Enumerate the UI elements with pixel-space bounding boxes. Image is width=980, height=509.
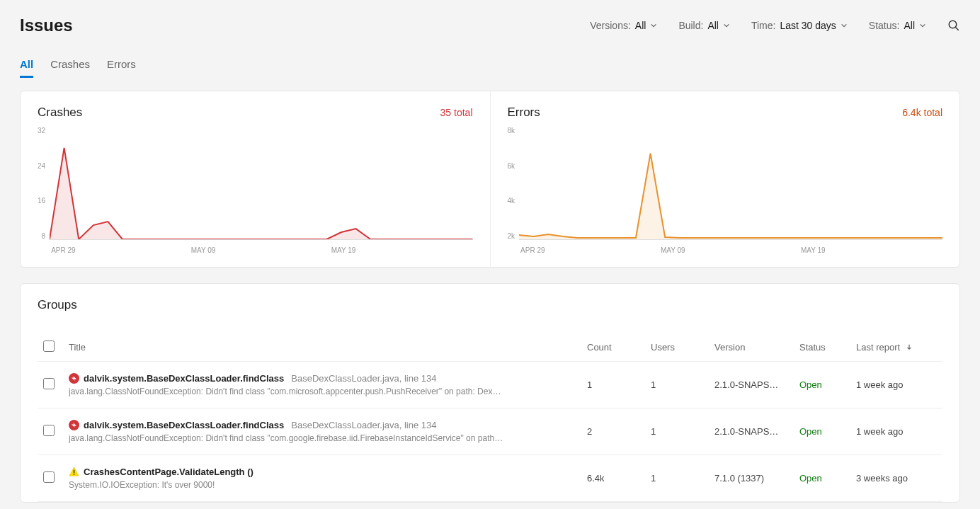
col-last-report-label: Last report: [856, 342, 900, 353]
chart-errors-yticks: 8k6k4k2k: [508, 127, 520, 240]
table-row[interactable]: CrashesContentPage.ValidateLength ()Syst…: [38, 455, 942, 502]
filter-time-label: Time:: [751, 20, 775, 31]
row-checkbox[interactable]: [43, 378, 55, 389]
chevron-down-icon: [650, 22, 657, 29]
row-users: 1: [645, 408, 709, 455]
chart-errors: Errors 6.4k total 8k6k4k2k APR 29MAY 09M…: [490, 91, 960, 267]
filters-bar: Versions: All Build: All Time: Last 30 d…: [590, 19, 960, 32]
row-version: 2.1.0-SNAPS…: [709, 408, 794, 455]
groups-card: Groups Title Count Users Version Status …: [20, 283, 960, 503]
page-title: Issues: [20, 16, 73, 35]
filter-build-label: Build:: [678, 20, 703, 31]
row-location: BaseDexClassLoader.java, line 134: [291, 373, 436, 384]
row-users: 1: [645, 455, 709, 502]
filter-time-value: Last 30 days: [780, 20, 836, 31]
filter-versions[interactable]: Versions: All: [590, 20, 657, 31]
chart-crashes-title: Crashes: [38, 105, 82, 120]
col-title: Title: [63, 333, 581, 362]
table-row[interactable]: dalvik.system.BaseDexClassLoader.findCla…: [38, 408, 942, 455]
crash-icon: [69, 373, 79, 384]
chart-crashes: Crashes 35 total 3224168 APR 29MAY 09MAY…: [21, 91, 490, 267]
tabs: All Crashes Errors: [20, 58, 960, 78]
filter-versions-value: All: [635, 20, 646, 31]
row-title: dalvik.system.BaseDexClassLoader.findCla…: [84, 373, 284, 384]
row-status: Open: [799, 426, 822, 437]
row-checkbox[interactable]: [43, 425, 55, 436]
row-checkbox[interactable]: [43, 471, 55, 483]
filter-build[interactable]: Build: All: [678, 20, 730, 31]
row-version: 2.1.0-SNAPS…: [709, 362, 794, 408]
chart-crashes-total: 35 total: [440, 107, 473, 118]
chart-errors-xticks: APR 29MAY 09MAY 19: [519, 246, 942, 254]
svg-line-1: [955, 27, 959, 30]
filter-status-label: Status:: [869, 20, 900, 31]
chart-errors-title: Errors: [508, 105, 540, 120]
filter-status-value: All: [904, 20, 915, 31]
svg-point-0: [949, 21, 957, 28]
col-version: Version: [709, 333, 794, 362]
tab-all[interactable]: All: [20, 58, 33, 78]
warning-icon: [69, 467, 79, 477]
row-status: Open: [799, 379, 822, 390]
chart-crashes-xticks: APR 29MAY 09MAY 19: [50, 246, 472, 254]
sort-desc-icon: [906, 342, 913, 353]
chart-errors-plot: [519, 127, 942, 240]
row-location: BaseDexClassLoader.java, line 134: [291, 420, 436, 430]
filter-time[interactable]: Time: Last 30 days: [751, 20, 848, 31]
row-version: 7.1.0 (1337): [709, 455, 794, 502]
row-last-report: 1 week ago: [850, 408, 942, 455]
chevron-down-icon: [723, 22, 730, 29]
groups-table: Title Count Users Version Status Last re…: [38, 333, 942, 502]
row-status: Open: [799, 473, 822, 484]
chart-crashes-plot: [50, 127, 472, 240]
row-count: 6.4k: [581, 455, 645, 502]
chart-errors-total: 6.4k total: [902, 107, 942, 118]
crash-icon: [69, 420, 79, 430]
filter-build-value: All: [707, 20, 719, 31]
filter-versions-label: Versions:: [590, 20, 631, 31]
col-count: Count: [581, 333, 645, 362]
chart-crashes-yticks: 3224168: [38, 127, 50, 240]
search-icon[interactable]: [947, 19, 960, 32]
row-subtitle: java.lang.ClassNotFoundException: Didn't…: [69, 433, 522, 443]
col-status: Status: [794, 333, 850, 362]
table-row[interactable]: dalvik.system.BaseDexClassLoader.findCla…: [38, 362, 942, 408]
svg-rect-4: [74, 470, 75, 474]
tab-crashes[interactable]: Crashes: [50, 58, 90, 78]
row-subtitle: System.IO.IOException: It's over 9000!: [69, 480, 522, 490]
col-users: Users: [645, 333, 709, 362]
row-subtitle: java.lang.ClassNotFoundException: Didn't…: [69, 387, 522, 396]
svg-rect-5: [74, 474, 75, 475]
chevron-down-icon: [919, 22, 926, 29]
tab-errors[interactable]: Errors: [107, 58, 136, 78]
row-title: CrashesContentPage.ValidateLength (): [84, 467, 253, 477]
row-last-report: 1 week ago: [850, 362, 942, 408]
chevron-down-icon: [841, 22, 848, 29]
col-last-report[interactable]: Last report: [850, 333, 942, 362]
row-count: 2: [581, 408, 645, 455]
charts-row: Crashes 35 total 3224168 APR 29MAY 09MAY…: [20, 91, 960, 268]
select-all-checkbox[interactable]: [43, 341, 55, 352]
row-users: 1: [645, 362, 709, 408]
row-title: dalvik.system.BaseDexClassLoader.findCla…: [84, 420, 284, 430]
col-checkbox: [38, 333, 63, 362]
row-last-report: 3 weeks ago: [850, 455, 942, 502]
groups-heading: Groups: [38, 298, 942, 312]
row-count: 1: [581, 362, 645, 408]
filter-status[interactable]: Status: All: [869, 20, 926, 31]
